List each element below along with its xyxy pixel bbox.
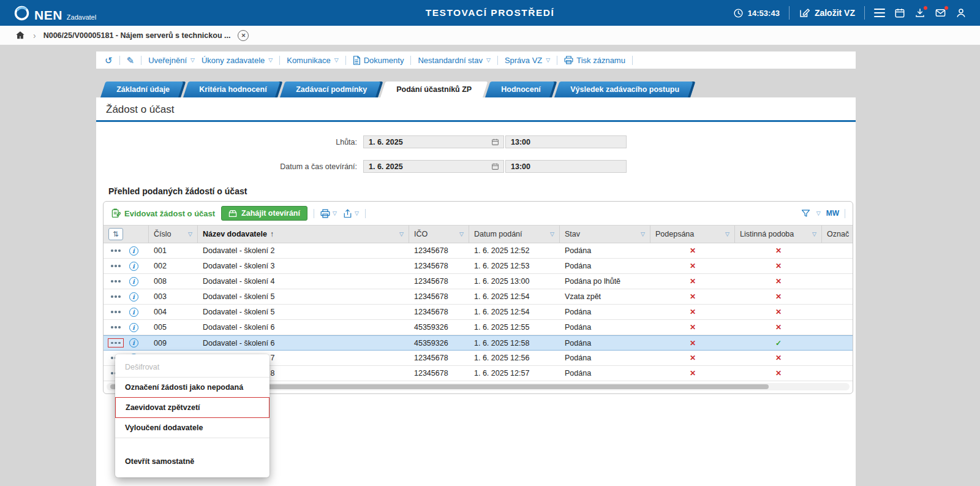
filter-dropdown-icon[interactable]: ▽ (459, 231, 464, 237)
table-row[interactable]: i 008 Dodavatel - školení 4 12345678 1. … (104, 274, 853, 289)
menu-ukony-zadavatele[interactable]: Úkony zadavatele ▽ (202, 56, 273, 65)
close-tab-icon[interactable]: ✕ (238, 30, 249, 41)
row-menu-icon[interactable] (108, 292, 123, 301)
column-nazev-dodavatele[interactable]: Název dodavatele ↑ ▽ (198, 226, 409, 243)
filter-dropdown-icon[interactable]: ▽ (641, 231, 645, 237)
create-vz-button[interactable]: Založit VZ (799, 7, 855, 18)
table-row[interactable]: i 002 Dodavatel - školení 3 12345678 1. … (104, 259, 853, 274)
column-settings-header: ⇅ (104, 226, 149, 243)
info-icon[interactable]: i (129, 277, 138, 286)
hamburger-menu-icon[interactable] (874, 9, 885, 18)
calendar-icon[interactable] (491, 162, 499, 170)
oteviani-time-field[interactable]: 13:00 (505, 160, 627, 173)
edit-pencil-icon[interactable]: ✎ (127, 56, 135, 65)
breadcrumb-item[interactable]: N006/25/V00005181 - Nájem serverů s tech… (43, 31, 231, 40)
tab-zadavaci-podminky[interactable]: Zadávací podmínky (280, 82, 383, 97)
column-stav[interactable]: Stav ▽ (560, 226, 650, 243)
export-button[interactable]: ▽ (343, 209, 359, 218)
menu-uverejneni[interactable]: Uveřejnění ▽ (148, 56, 195, 65)
column-datum-podani[interactable]: Datum podání ▽ (469, 226, 560, 243)
separator (365, 209, 366, 218)
calendar-icon[interactable] (894, 7, 905, 18)
menu-item-otevrit-samostatne[interactable]: Otevřít samostatně (115, 452, 270, 471)
filter-dropdown-icon[interactable]: ▽ (399, 231, 404, 237)
download-icon[interactable] (914, 7, 925, 18)
menu-item-zaevidovat-zpetvzeti[interactable]: Zaevidovat zpětvzetí (115, 397, 270, 418)
tab-kriteria-hodnoceni[interactable]: Kritéria hodnocení (183, 82, 283, 97)
table-row[interactable]: i 005 Dodavatel - školení 6 45359326 1. … (104, 320, 853, 335)
column-toggle-icon[interactable]: ⇅ (108, 228, 123, 240)
mail-icon[interactable] (935, 7, 946, 18)
column-ico[interactable]: IČO ▽ (409, 226, 469, 243)
home-icon[interactable] (15, 30, 26, 40)
tab-hodnoceni[interactable]: Hodnocení (485, 82, 557, 97)
menu-nestandardni-stav[interactable]: Nestandardní stav ▽ (418, 56, 490, 65)
lhuta-date-field[interactable]: 1. 6. 2025 (363, 135, 504, 148)
column-cislo[interactable]: Číslo ▽ (149, 226, 198, 243)
info-icon[interactable]: i (129, 338, 138, 347)
info-icon[interactable]: i (129, 262, 138, 271)
cell-nazev: Dodavatel - školení 5 (198, 292, 409, 301)
row-menu-icon[interactable] (108, 323, 123, 332)
cell-nazev: Dodavatel - školení 4 (198, 277, 409, 286)
chevron-down-icon[interactable]: ▽ (816, 210, 821, 216)
cell-datum: 1. 6. 2025 13:00 (469, 277, 560, 286)
tab-vysledek-zadavaciho-postupu[interactable]: Výsledek zadávacího postupu (554, 82, 695, 97)
cell-cislo: 008 (149, 277, 198, 286)
tab-zakladni-udaje[interactable]: Základní údaje (100, 82, 186, 97)
cell-nazev: Dodavatel - školení 3 (198, 262, 409, 270)
filter-dropdown-icon[interactable]: ▽ (812, 231, 816, 237)
cell-listinna: ✕ (735, 292, 822, 301)
menu-item-oznaceni-zadosti-jako-nepodana[interactable]: Označení žádosti jako nepodaná (115, 378, 270, 397)
menu-sprava-vz[interactable]: Správa VZ ▽ (505, 56, 550, 65)
table-row-selected[interactable]: i 009 Dodavatel - školení 6 45359326 1. … (104, 335, 853, 351)
lhuta-time-field[interactable]: 13:00 (505, 135, 627, 148)
row-menu-icon[interactable] (108, 262, 123, 270)
cell-cislo: 004 (149, 308, 198, 316)
cell-ico: 12345678 (409, 369, 469, 378)
row-menu-icon[interactable] (108, 308, 123, 316)
table-row[interactable]: i 004 Dodavatel - školení 5 12345678 1. … (104, 305, 853, 320)
clipboard-icon (111, 208, 121, 218)
table-row[interactable]: i 003 Dodavatel - školení 5 12345678 1. … (104, 289, 853, 305)
undo-icon[interactable]: ↺ (105, 56, 113, 65)
zahajit-oteviani-button[interactable]: Zahájit otevírání (221, 206, 307, 221)
clock-time: 14:53:43 (748, 9, 780, 18)
calendar-icon[interactable] (491, 138, 499, 146)
column-listinna-podoba[interactable]: Listinná podoba ▽ (735, 226, 822, 243)
cell-podepsana: ✕ (650, 246, 735, 255)
print-grid-button[interactable]: ▽ (320, 209, 337, 218)
mw-view-button[interactable]: MW (826, 209, 839, 218)
nen-logo[interactable]: NEN Zadavatel (13, 5, 96, 21)
cell-ico: 12345678 (409, 308, 469, 316)
filter-dropdown-icon[interactable]: ▽ (188, 231, 192, 237)
filter-funnel-icon[interactable] (801, 209, 810, 218)
row-menu-icon[interactable] (108, 246, 123, 255)
table-row[interactable]: i 001 Dodavatel - školení 2 12345678 1. … (104, 243, 853, 259)
info-icon[interactable]: i (129, 246, 138, 256)
cell-ico: 12345678 (409, 277, 469, 286)
menu-item-vylouceni-dodavatele[interactable]: Vyloučení dodavatele (115, 418, 270, 438)
column-oznacena[interactable]: Označ (822, 226, 853, 243)
info-icon[interactable]: i (129, 308, 138, 317)
filter-dropdown-icon[interactable]: ▽ (550, 231, 554, 237)
tab-podani-ucastniku-zp[interactable]: Podání účastníků ZP (380, 82, 488, 97)
separator (845, 209, 845, 218)
cell-ico: 12345678 (409, 262, 469, 270)
document-icon (353, 56, 361, 65)
info-icon[interactable]: i (129, 292, 138, 302)
menu-tisk-zaznamu[interactable]: Tisk záznamu (564, 56, 625, 65)
row-menu-icon[interactable] (108, 277, 123, 286)
row-menu-icon[interactable] (108, 339, 123, 347)
menu-komunikace[interactable]: Komunikace ▽ (287, 56, 338, 65)
oteviani-date-field[interactable]: 1. 6. 2025 (363, 160, 504, 173)
evidovat-zadost-button[interactable]: Evidovat žádost o účast (111, 208, 215, 218)
menu-dokumenty[interactable]: Dokumenty (353, 56, 404, 65)
separator (864, 6, 865, 20)
brand-name: NEN (34, 9, 62, 21)
column-podepsana[interactable]: Podepsána ▽ (650, 226, 735, 243)
info-icon[interactable]: i (129, 323, 138, 332)
clock: 14:53:43 (733, 8, 780, 18)
user-icon[interactable] (956, 7, 967, 18)
filter-dropdown-icon[interactable]: ▽ (725, 231, 729, 237)
